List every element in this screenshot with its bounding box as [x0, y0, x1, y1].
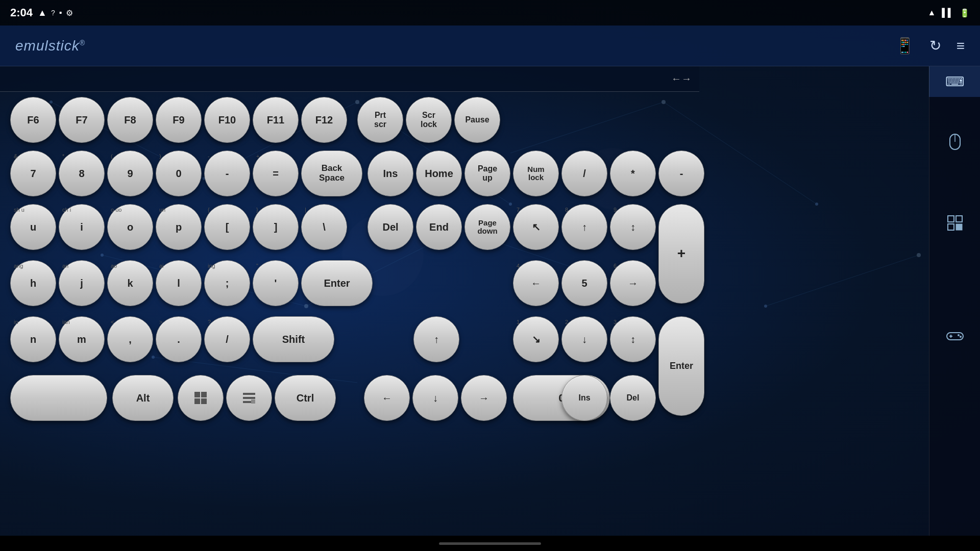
key-i[interactable]: ch ii [59, 204, 105, 250]
key-u[interactable]: sh uu [10, 204, 56, 250]
key-f8[interactable]: F8 [107, 97, 153, 143]
key-quote[interactable]: "' [253, 260, 299, 306]
svg-rect-41 [243, 397, 255, 399]
key-numpad-7[interactable]: 7↖ [513, 204, 559, 250]
key-numpad-6[interactable]: 6→ [610, 260, 656, 306]
bottom-bar [0, 536, 980, 551]
key-up[interactable]: ↑ [413, 316, 459, 362]
key-numpad-2[interactable]: 2↓ [561, 316, 607, 362]
key-rbracket[interactable]: }] [253, 204, 299, 250]
header-bar: emulstick® 📱 ↻ ≡ [0, 26, 980, 66]
key-f12[interactable]: F12 [301, 97, 347, 143]
key-ins[interactable]: Ins [368, 151, 413, 196]
key-lbracket[interactable]: {[ [204, 204, 250, 250]
input-arrow: ←→ [671, 73, 692, 85]
key-pageup[interactable]: Pageup [464, 151, 510, 196]
mouse-icon-button[interactable] [943, 128, 967, 160]
refresh-icon[interactable]: ↻ [929, 37, 941, 54]
svg-rect-38 [194, 398, 200, 404]
key-slash[interactable]: ?/ [204, 316, 250, 362]
key-shift[interactable]: Shift [253, 316, 334, 362]
key-numpad-minus[interactable]: - [658, 151, 704, 196]
signal-bars-icon: ▌▌ [942, 8, 953, 17]
key-backslash[interactable]: |\ [301, 204, 347, 250]
key-alt[interactable]: Alt [112, 375, 174, 421]
gamepad-icon-button[interactable] [942, 325, 968, 349]
signal-strength-icon: ? [51, 9, 55, 17]
key-right[interactable]: → [461, 375, 507, 421]
key-f7[interactable]: F7 [59, 97, 105, 143]
svg-rect-39 [201, 398, 207, 404]
key-prtscr[interactable]: Prtscr [357, 97, 403, 143]
svg-rect-28 [956, 216, 962, 222]
svg-rect-29 [948, 224, 954, 230]
app-logo: emulstick® [15, 38, 85, 54]
key-f6[interactable]: F6 [10, 97, 56, 143]
key-numpad-slash[interactable]: / [561, 151, 607, 196]
home-indicator[interactable] [439, 542, 541, 545]
key-backspace[interactable]: BackSpace [301, 151, 362, 196]
right-panel [929, 66, 980, 551]
key-win[interactable] [178, 375, 224, 421]
key-numpad-1[interactable]: 1↘ [513, 316, 559, 362]
key-0[interactable]: )0 [156, 151, 202, 196]
key-f10[interactable]: F10 [204, 97, 250, 143]
key-semicolon[interactable]: ing; [204, 260, 250, 306]
grid-icon-button[interactable] [943, 211, 967, 239]
sim-icon: ▪ [59, 8, 62, 17]
key-n[interactable]: inn [10, 316, 56, 362]
key-j[interactable]: anj [59, 260, 105, 306]
key-down[interactable]: ↓ [412, 375, 458, 421]
menu-icon[interactable]: ≡ [957, 38, 965, 54]
status-bar: 2:04 ▲ ? ▪ ⚙ ▲ ▌▌ 🔋 [0, 0, 980, 26]
key-numpad-ins[interactable]: Ins [561, 375, 607, 421]
key-l[interactable]: ail [156, 260, 202, 306]
key-h[interactable]: angh [10, 260, 56, 306]
svg-rect-40 [243, 393, 255, 395]
key-numpad-enter[interactable]: Enter [658, 316, 704, 416]
key-p[interactable]: unp [156, 204, 202, 250]
key-del[interactable]: Del [368, 204, 413, 250]
key-equals[interactable]: += [253, 151, 299, 196]
key-f11[interactable]: F11 [253, 97, 299, 143]
key-numpad-9[interactable]: 9↕ [610, 204, 656, 250]
key-numpad-3[interactable]: 3↕ [610, 316, 656, 362]
key-m[interactable]: ianm [59, 316, 105, 362]
key-enter[interactable]: Enter [301, 260, 373, 306]
key-9[interactable]: (9 [107, 151, 153, 196]
key-numpad-8[interactable]: 8↑ [561, 204, 607, 250]
key-8[interactable]: *8 [59, 151, 105, 196]
key-numpad-star[interactable]: * [610, 151, 656, 196]
key-numpad-5[interactable]: 5 [561, 260, 607, 306]
key-pause[interactable]: Pause [454, 97, 500, 143]
input-area[interactable]: ←→ [0, 66, 699, 92]
svg-point-34 [958, 334, 960, 336]
header-actions[interactable]: 📱 ↻ ≡ [895, 37, 965, 55]
key-7[interactable]: &7 [10, 151, 56, 196]
key-numlock[interactable]: Numlock [513, 151, 559, 196]
key-k[interactable]: aok [107, 260, 153, 306]
phone-icon[interactable]: 📱 [895, 37, 914, 55]
key-menu[interactable] [226, 375, 272, 421]
key-numpad-plus[interactable]: + [658, 204, 704, 304]
key-numpad-4[interactable]: 4← [513, 260, 559, 306]
key-minus[interactable]: -- [204, 151, 250, 196]
key-numpad-del[interactable]: Del [610, 375, 656, 421]
key-f9[interactable]: F9 [156, 97, 202, 143]
key-left[interactable]: ← [364, 375, 410, 421]
key-ctrl[interactable]: Ctrl [275, 375, 336, 421]
key-space[interactable] [10, 375, 107, 421]
key-end[interactable]: End [416, 204, 462, 250]
key-pagedown[interactable]: Pagedown [464, 204, 510, 250]
svg-rect-43 [251, 399, 255, 404]
key-period[interactable]: >. [156, 316, 202, 362]
status-right-icons: ▲ ▌▌ 🔋 [927, 8, 970, 18]
status-time: 2:04 [10, 6, 33, 19]
key-home[interactable]: Home [416, 151, 462, 196]
wifi-strength-icon: ▲ [927, 8, 936, 17]
key-comma[interactable]: <, [107, 316, 153, 362]
key-scrlock[interactable]: Scrlock [406, 97, 452, 143]
wifi-icon: ▲ [38, 8, 47, 18]
key-o[interactable]: o uoo [107, 204, 153, 250]
keyboard-toggle[interactable]: ⌨ [929, 66, 980, 97]
